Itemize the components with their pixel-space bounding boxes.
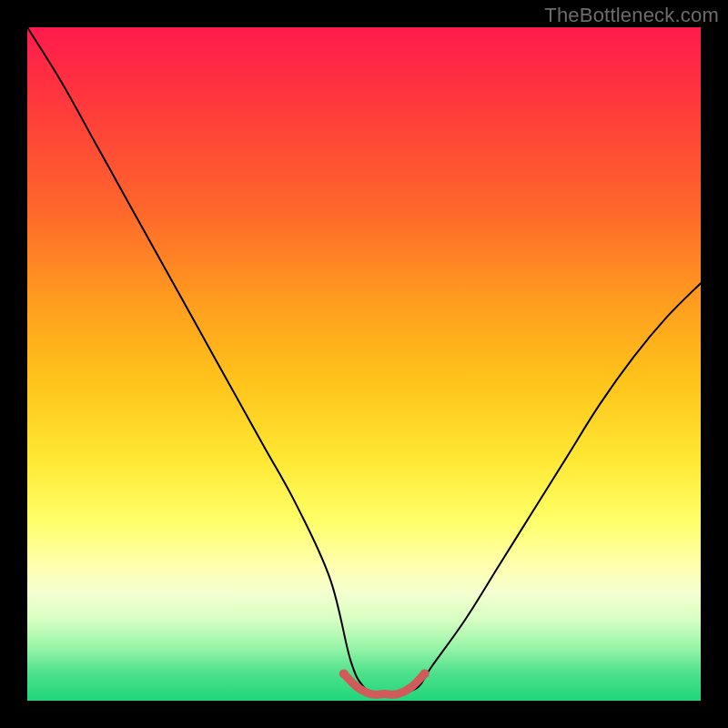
optimal-range-dot-left — [339, 669, 349, 678]
bottleneck-curve-path — [27, 27, 701, 695]
chart-frame: TheBottleneck.com — [0, 0, 728, 728]
watermark-text: TheBottleneck.com — [544, 4, 719, 27]
optimal-range-dot-right — [420, 669, 430, 678]
chart-svg — [27, 27, 701, 701]
chart-plot-area — [27, 27, 701, 701]
